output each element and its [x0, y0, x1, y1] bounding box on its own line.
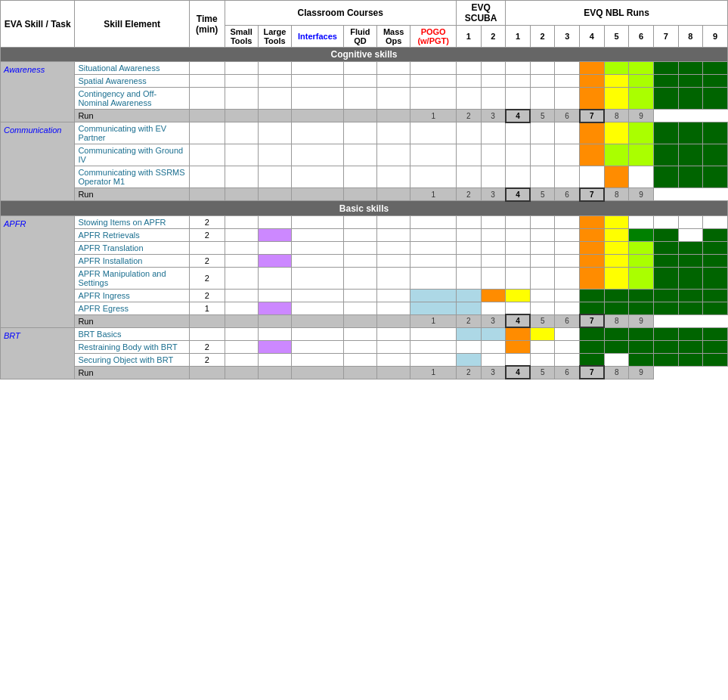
- rb-fluid: [343, 340, 376, 353]
- bb-nbl3: [555, 327, 580, 340]
- cg-fluid: [343, 144, 376, 166]
- awareness-task-label: Awareness: [1, 62, 75, 122]
- apfr-retrievals-row: APFR Retrievals 2: [1, 228, 728, 241]
- ai-mass: [377, 254, 410, 267]
- ai-nbl9: [703, 254, 728, 267]
- apfr-translation-row: APFR Translation: [1, 241, 728, 254]
- ast-nbl7: [653, 215, 678, 228]
- rb-nbl9: [703, 340, 728, 353]
- am-nbl6: [629, 267, 654, 289]
- nbl-run-1: 1: [506, 26, 531, 48]
- so-nbl5: [604, 353, 629, 366]
- evq-nbl-header: EVQ NBL Runs: [506, 1, 728, 26]
- ae-nbl1: [506, 302, 531, 314]
- aig-evq1: [456, 289, 481, 302]
- awareness-situational-row: Awareness Situational Awareness: [1, 62, 728, 75]
- spa-nbl1: [506, 75, 531, 88]
- at-large: [258, 241, 291, 254]
- ar-evq1: [456, 228, 481, 241]
- spa-evq1: [456, 75, 481, 88]
- cev-nbl7: [653, 122, 678, 144]
- ae-nbl3: [555, 302, 580, 314]
- sa-small: [225, 62, 258, 75]
- brt-task-label: BRT: [1, 327, 75, 379]
- ae-nbl6: [629, 302, 654, 314]
- nbl-run-9: 9: [703, 26, 728, 48]
- ast-small: [225, 215, 258, 228]
- ca-evq2: [481, 88, 506, 110]
- ar-nbl9: [703, 228, 728, 241]
- ar-nbl4: [580, 228, 605, 241]
- aig-nbl1: [506, 289, 531, 302]
- ae-evq1: [456, 302, 481, 314]
- awareness-run-9: 9: [629, 110, 654, 122]
- sa-nbl3: [555, 62, 580, 75]
- ai-nbl1: [506, 254, 531, 267]
- apfr-run-7: 7: [580, 314, 605, 327]
- eva-skill-header: EVA Skill / Task: [1, 1, 75, 48]
- ast-nbl4: [580, 215, 605, 228]
- brt-run-2: 2: [456, 366, 481, 379]
- cg-large: [258, 144, 291, 166]
- apfr-installation-row: APFR Installation 2: [1, 254, 728, 267]
- aig-nbl8: [678, 289, 703, 302]
- ae-nbl4: [580, 302, 605, 314]
- brt-run-3: 3: [481, 366, 506, 379]
- at-nbl9: [703, 241, 728, 254]
- bb-nbl5: [604, 327, 629, 340]
- brt-run-1: 1: [410, 366, 457, 379]
- ca-time: [189, 88, 225, 110]
- cs-small: [225, 166, 258, 188]
- bb-interfaces: [292, 327, 344, 340]
- bb-time: [189, 327, 225, 340]
- cev-evq1: [456, 122, 481, 144]
- so-nbl7: [653, 353, 678, 366]
- nbl-run-3: 3: [555, 26, 580, 48]
- comm-run-5: 5: [530, 188, 555, 201]
- comm-run-1: 1: [410, 188, 457, 201]
- apfr-translation-skill: APFR Translation: [75, 241, 190, 254]
- ca-nbl5: [604, 88, 629, 110]
- communicating-ssrms-skill: Communicating with SSRMS Operator M1: [75, 166, 190, 188]
- at-fluid: [343, 241, 376, 254]
- cev-evq2: [481, 122, 506, 144]
- cg-nbl6: [629, 144, 654, 166]
- apfr-retrievals-skill: APFR Retrievals: [75, 228, 190, 241]
- basic-label: Basic skills: [1, 201, 728, 216]
- am-nbl2: [530, 267, 555, 289]
- cev-nbl1: [506, 122, 531, 144]
- cs-pogo: [410, 166, 457, 188]
- nbl-run-7: 7: [653, 26, 678, 48]
- ar-nbl2: [530, 228, 555, 241]
- cs-nbl1: [506, 166, 531, 188]
- apfr-stowing-skill: Stowing Items on APFR: [75, 215, 190, 228]
- ca-nbl3: [555, 88, 580, 110]
- aig-small: [225, 289, 258, 302]
- at-interfaces: [292, 241, 344, 254]
- awareness-run-row: Run 1 2 3 4 5 6 7 8 9: [1, 110, 728, 122]
- cs-interfaces: [292, 166, 344, 188]
- am-time: 2: [189, 267, 225, 289]
- header-row-1: EVA Skill / Task Skill Element Time (min…: [1, 1, 728, 26]
- ar-nbl3: [555, 228, 580, 241]
- so-nbl2: [530, 353, 555, 366]
- cs-evq2: [481, 166, 506, 188]
- spa-time: [189, 75, 225, 88]
- ar-nbl1: [506, 228, 531, 241]
- cev-nbl2: [530, 122, 555, 144]
- apfr-run-8: 8: [604, 314, 629, 327]
- ast-evq1: [456, 215, 481, 228]
- ca-fluid: [343, 88, 376, 110]
- ai-nbl8: [678, 254, 703, 267]
- ae-mass: [377, 302, 410, 314]
- bb-nbl9: [703, 327, 728, 340]
- so-nbl8: [678, 353, 703, 366]
- ast-nbl5: [604, 215, 629, 228]
- apfr-stowing-row: APFR Stowing Items on APFR 2: [1, 215, 728, 228]
- rb-nbl4: [580, 340, 605, 353]
- ai-interfaces: [292, 254, 344, 267]
- spa-nbl3: [555, 75, 580, 88]
- cev-nbl9: [703, 122, 728, 144]
- ar-time: 2: [189, 228, 225, 241]
- evq-scuba-header: EVQ SCUBA: [456, 1, 505, 26]
